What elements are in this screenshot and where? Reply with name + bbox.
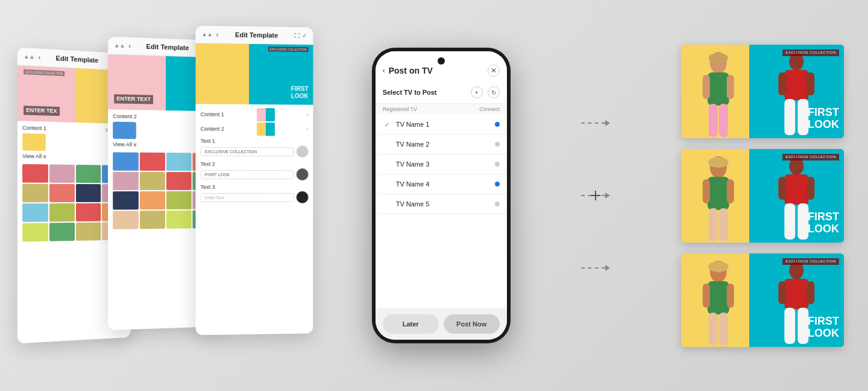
tv-check-5 [383,200,391,208]
tv-check-2 [383,140,391,148]
content-thumb-2 [113,122,136,139]
photo-2-11[interactable] [166,191,192,209]
tv-list: ✓ TV Name 1 TV Name 2 TV Name 3 [376,115,507,308]
svg-rect-11 [785,99,796,135]
panel-3-badge: EXCLUSIVE COLLECTION [268,46,309,52]
text3-input[interactable]: Enter Text: [201,192,294,202]
text2-input[interactable]: FISRT LOOK [201,170,294,179]
photo-2-7[interactable] [166,172,192,190]
tv-item-3[interactable]: TV Name 3 [376,154,507,174]
select-tv-row: Select TV to Post + ↻ [376,81,507,104]
tv-content-1: EXCLUSIVE COLLECTION FIRST LOOK [681,45,844,138]
photo-2-1[interactable] [113,152,139,171]
registered-tv-label: Registered TV [383,106,417,112]
tv-badge-1: EXCLUSIVE COLLECTION [782,49,839,57]
panel-3-text-overlay: FIRST LOOK [291,86,309,100]
photo-2-10[interactable] [140,191,165,209]
tv-item-2[interactable]: TV Name 2 [376,135,507,154]
tv-content-2: EXCLUSIVE COLLECTION FIRST LOOK [681,149,844,243]
svg-rect-12 [798,99,809,135]
photo-1-5[interactable] [22,184,48,203]
tv-item-5[interactable]: TV Name 5 [376,194,507,214]
tv-name-4: TV Name 4 [396,180,495,188]
svg-rect-25 [798,203,809,240]
refresh-tv-btn[interactable]: ↻ [488,86,500,98]
text3-field-row: Text 3 Enter Text: [201,184,309,203]
svg-rect-34 [785,279,809,309]
select-tv-label: Select TV to Post [383,89,471,96]
photo-2-2[interactable] [140,153,165,171]
photo-1-7[interactable] [76,184,101,202]
svg-rect-23 [807,177,815,200]
tv-name-2: TV Name 2 [396,141,495,148]
photo-2-13[interactable] [113,211,139,229]
post-close-btn[interactable]: ✕ [488,65,500,77]
photo-1-1[interactable] [22,164,48,183]
panel-2-text-overlay: ENTER TEXT [114,94,153,104]
tv-check-4 [383,180,391,188]
svg-rect-15 [703,179,710,203]
panel-3-icons: ⛶ ✓ [295,33,307,39]
post-back-btn[interactable]: ‹ [383,66,385,75]
tv-dot-3 [495,162,500,167]
svg-rect-38 [798,308,809,344]
text2-toggle[interactable] [297,168,309,180]
arrows-group [568,87,623,304]
photo-2-14[interactable] [140,211,165,229]
photo-2-9[interactable] [113,191,139,209]
tv-yellow-half-1 [681,45,749,138]
check-active-icon: ✓ [385,121,389,128]
photo-1-6[interactable] [49,184,75,202]
photo-1-11[interactable] [76,203,101,221]
main-scene: ▲▲ ‹ Edit Template ⛶ ✓ EXCLUSIVE COLLECT… [18,8,850,383]
text1-input[interactable]: EXCLUSIVE COLLECTION [201,147,294,156]
text3-toggle[interactable] [297,191,309,203]
svg-rect-17 [709,208,718,241]
post-now-button[interactable]: Post Now [444,314,500,334]
tv-dot-1 [495,122,500,127]
back-btn-1[interactable]: ‹ [39,54,41,61]
arrow-bottom [581,265,610,271]
check-icon-3[interactable]: ✓ [303,33,307,39]
content-thumb-1 [22,133,46,151]
svg-point-6 [709,53,728,63]
later-button[interactable]: Later [383,314,439,334]
photo-1-9[interactable] [22,203,48,222]
phone-screen: ‹ Post on TV ✕ Select TV to Post + ↻ Reg… [376,51,507,340]
back-btn-2[interactable]: ‹ [129,42,131,49]
photo-1-2[interactable] [49,164,75,183]
photo-2-6[interactable] [140,172,165,190]
panel-1-text-overlay: ENTER TEX [24,106,59,116]
photo-2-5[interactable] [113,172,139,190]
text1-toggle[interactable] [297,145,309,157]
tv-dot-4 [495,182,500,186]
tv-check-3 [383,160,391,168]
svg-rect-9 [779,72,787,95]
tv-text-3: FIRST LOOK [808,316,839,340]
woman-figure-3 [684,253,749,347]
photo-1-14[interactable] [49,223,75,241]
add-tv-btn[interactable]: + [471,86,483,98]
photo-2-15[interactable] [166,211,192,229]
photo-2-3[interactable] [166,153,192,171]
tv-dot-2 [495,142,500,147]
phone-notch [438,57,445,65]
svg-rect-10 [807,72,815,95]
svg-rect-35 [779,281,787,304]
photo-1-13[interactable] [22,223,48,241]
tv-item-1[interactable]: ✓ TV Name 1 [376,115,507,135]
tv-item-4[interactable]: TV Name 4 [376,174,507,194]
panel-3-header: ▲▲ ‹ Edit Template ⛶ ✓ [196,26,313,45]
svg-rect-8 [785,70,809,100]
content-label-4: Content 2 [201,126,224,132]
fullscreen-icon-3[interactable]: ⛶ [295,33,300,39]
svg-rect-22 [779,177,787,200]
svg-rect-14 [708,177,729,210]
back-btn-3[interactable]: ‹ [216,31,219,38]
svg-rect-4 [709,104,718,137]
photo-1-10[interactable] [49,203,75,221]
photo-1-3[interactable] [76,165,101,183]
svg-rect-29 [727,284,734,308]
photo-1-15[interactable] [76,223,101,241]
svg-rect-24 [785,203,796,240]
